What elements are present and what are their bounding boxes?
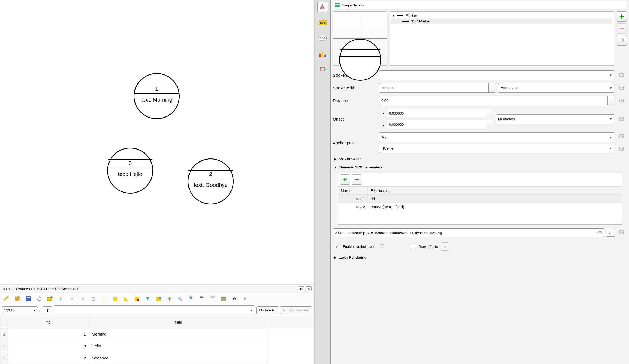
delete-selected-icon[interactable]: 🗑	[56, 294, 66, 303]
svg-text:abc: abc	[319, 20, 325, 24]
layer-rendering-section[interactable]: ▶Layer Rendering	[333, 253, 627, 262]
svg-browser-section[interactable]: ▶SVG browser	[333, 155, 627, 163]
data-override-icon[interactable]	[617, 145, 627, 153]
anchor-h-select[interactable]: HCenter	[379, 144, 614, 153]
copy-icon[interactable]: ⧉	[78, 294, 87, 303]
column-header[interactable]: field	[89, 316, 268, 328]
table-row: 20Hello	[0, 340, 314, 352]
svg-text:abc: abc	[319, 36, 325, 40]
data-override-icon[interactable]	[378, 242, 387, 251]
move-top-icon[interactable]	[154, 294, 163, 303]
svg-rect-30	[335, 3, 340, 4]
data-override-icon[interactable]	[617, 115, 627, 123]
multi-edit-icon[interactable]	[13, 294, 22, 303]
stroke-width-input[interactable]: No stroke	[379, 83, 495, 93]
anchor-v-select[interactable]: Top	[379, 132, 614, 142]
offset-y-input[interactable]: 0.000000	[387, 120, 493, 129]
pan-to-icon[interactable]	[165, 294, 174, 303]
masks-tab-icon[interactable]: abc	[317, 33, 328, 43]
symbol-layer-tree[interactable]: ▾Marker SVG Marker	[390, 11, 614, 66]
add-param-button[interactable]	[340, 174, 350, 185]
table-row: 32Goodbye	[0, 352, 314, 364]
feature-text: text: Morning	[134, 97, 179, 103]
param-row[interactable]: text2 concat('text: ',field)	[338, 203, 622, 211]
tree-item-marker[interactable]: ▾Marker	[391, 13, 612, 18]
svg-rect-15	[190, 298, 192, 299]
diagrams-tab-icon[interactable]	[317, 49, 328, 59]
column-header[interactable]: fid	[8, 316, 89, 328]
svg-rect-21	[221, 298, 226, 300]
reload-icon[interactable]	[35, 294, 44, 303]
filter-icon[interactable]	[143, 294, 152, 303]
data-override-icon[interactable]	[617, 132, 627, 141]
expression-select-icon[interactable]: ε	[100, 294, 109, 303]
offset-label: Offset	[333, 117, 376, 121]
browse-button[interactable]: …	[606, 229, 615, 237]
svg-rect-32	[335, 6, 340, 7]
update-all-button[interactable]: Update All	[256, 306, 278, 314]
svg-rect-10	[137, 299, 139, 301]
edit-toggle-icon[interactable]	[2, 294, 11, 303]
more-icon[interactable]: ››	[241, 294, 250, 303]
svg-rect-46	[355, 179, 359, 180]
draw-effects-label: Draw effects	[418, 245, 438, 249]
actions-icon[interactable]: ⚙	[230, 294, 239, 303]
offset-x-input[interactable]: 0.000000	[387, 109, 493, 118]
feature-id: 2	[188, 171, 233, 178]
deselect-icon[interactable]	[132, 294, 142, 303]
rotation-input[interactable]: 0.00 °	[379, 96, 614, 105]
feature-text: text: Goodbye	[188, 182, 233, 188]
field-calculator-icon[interactable]	[208, 294, 217, 303]
data-override-icon[interactable]	[617, 84, 627, 92]
field-select[interactable]: 123 fid▾	[2, 306, 37, 314]
enable-layer-label: Enable symbol layer	[343, 245, 374, 249]
detach-icon[interactable]: ◧	[299, 286, 304, 291]
clear-path-icon[interactable]: ⌫	[597, 231, 602, 235]
svg-rect-0	[15, 297, 19, 300]
save-edits-icon[interactable]	[24, 294, 33, 303]
update-selected-button[interactable]: Update Selected	[280, 306, 312, 314]
zoom-to-icon[interactable]: 🔍	[176, 294, 185, 303]
stroke-color-button[interactable]	[379, 70, 614, 80]
attribute-table[interactable]: fidfield 11Morning 20Hello 32Goodbye	[0, 316, 314, 364]
stroke-width-label: Stroke width	[333, 86, 376, 90]
feature-marker: 1 text: Morning	[134, 73, 180, 119]
conditional-format-icon[interactable]	[219, 294, 228, 303]
duplicate-layer-button[interactable]	[617, 35, 627, 46]
labels-tab-icon[interactable]: abc	[317, 17, 328, 28]
select-all-icon[interactable]	[111, 294, 120, 303]
remove-param-button[interactable]	[352, 174, 362, 185]
add-layer-button[interactable]	[617, 11, 627, 22]
enable-layer-checkbox[interactable]: ✓	[335, 244, 339, 249]
rotation-label: Rotation	[333, 98, 376, 103]
data-override-icon[interactable]	[617, 71, 627, 79]
param-row[interactable]: text1 fid	[338, 194, 622, 203]
invert-selection-icon[interactable]	[121, 294, 131, 303]
symbology-tab-icon[interactable]	[317, 2, 328, 12]
offset-x-label: x	[379, 111, 384, 116]
3d-tab-icon[interactable]	[317, 64, 328, 75]
svg-path-input[interactable]: /Users/denis/opt/qgis/QGIS/tests/testdat…	[333, 228, 604, 237]
cut-icon[interactable]: ✂	[67, 294, 76, 303]
svg-rect-29	[324, 55, 326, 57]
offset-unit[interactable]: Millimeters	[496, 114, 614, 124]
new-column-icon[interactable]	[187, 294, 196, 303]
add-feature-icon[interactable]	[46, 294, 55, 303]
data-override-icon[interactable]	[617, 97, 627, 105]
dynamic-params-section[interactable]: ▼Dynamic SVG parameters	[333, 163, 627, 171]
data-override-icon[interactable]	[617, 229, 627, 237]
effects-button[interactable]: ★	[441, 242, 449, 251]
remove-layer-button[interactable]	[617, 23, 627, 34]
paste-icon[interactable]: 📋	[89, 294, 98, 303]
stroke-width-unit[interactable]: Millimeters	[498, 83, 614, 93]
delete-column-icon[interactable]	[197, 294, 207, 303]
expression-builder-button[interactable]: ε	[43, 306, 52, 314]
draw-effects-checkbox[interactable]	[410, 244, 415, 249]
expression-input[interactable]	[54, 306, 255, 315]
map-canvas[interactable]: 1 text: Morning 0 text: Hello 2 text: Go…	[0, 0, 314, 284]
symbol-type-select[interactable]: Single Symbol	[333, 1, 627, 9]
feature-id: 1	[134, 85, 179, 92]
svg-rect-31	[335, 5, 340, 6]
tree-item-svg-marker[interactable]: SVG Marker	[391, 18, 612, 24]
close-icon[interactable]: ✕	[306, 286, 312, 291]
